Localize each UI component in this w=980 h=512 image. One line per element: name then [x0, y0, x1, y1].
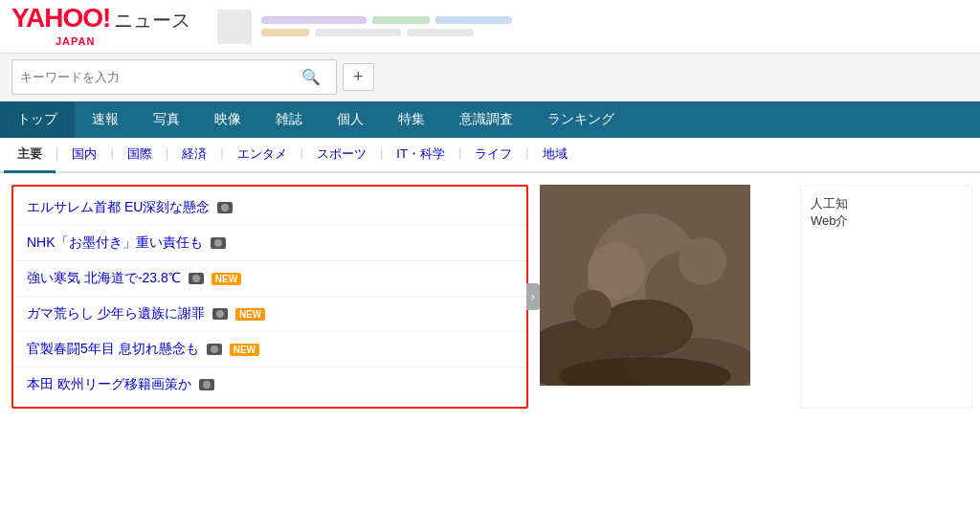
right-panel: 人工知 Web介: [800, 185, 972, 409]
main-content: エルサレム首都 EU深刻な懸念 NHK「お墨付き」重い責任も 強い寒気 北海道で…: [0, 173, 980, 409]
right-panel-line1: 人工知: [811, 195, 962, 212]
nav-item-top[interactable]: トップ: [0, 101, 75, 138]
sub-nav-item-economy[interactable]: 経済: [168, 138, 220, 173]
sub-nav-item-domestic[interactable]: 国内: [58, 138, 110, 173]
search-input-wrap[interactable]: 🔍: [11, 59, 337, 95]
image-panel: [540, 185, 792, 409]
search-bar: 🔍 +: [0, 54, 980, 101]
news-list-panel: エルサレム首都 EU深刻な懸念 NHK「お墨付き」重い責任も 強い寒気 北海道で…: [11, 185, 528, 409]
sub-nav-item-life[interactable]: ライフ: [461, 138, 525, 173]
nav-item-video[interactable]: 映像: [197, 101, 258, 138]
list-item[interactable]: 官製春闘5年目 息切れ懸念も NEW: [13, 332, 526, 367]
list-item[interactable]: 本田 欧州リーグ移籍画策か: [13, 367, 526, 403]
japan-logo-text: JAPAN: [56, 35, 95, 47]
list-item[interactable]: 強い寒気 北海道で-23.8℃ NEW: [13, 261, 526, 297]
main-nav: トップ 速報 写真 映像 雑誌 個人 特集 意識調査 ランキング: [0, 101, 980, 138]
list-item[interactable]: ガマ荒らし 少年ら遺族に謝罪 NEW: [13, 297, 526, 332]
nav-item-photo[interactable]: 写真: [136, 101, 197, 138]
sub-nav-item-entertainment[interactable]: エンタメ: [224, 138, 301, 173]
news-title-2[interactable]: 強い寒気 北海道で-23.8℃: [27, 270, 181, 287]
news-title-0[interactable]: エルサレム首都 EU深刻な懸念: [27, 199, 210, 216]
header: YAHOO! ニュース JAPAN: [0, 0, 980, 54]
nav-item-magazine[interactable]: 雑誌: [258, 101, 320, 138]
list-item[interactable]: NHK「お墨付き」重い責任も: [13, 226, 526, 261]
right-panel-line2: Web介: [811, 212, 962, 230]
new-badge-4: NEW: [230, 344, 259, 356]
avatar: [217, 10, 252, 44]
main-image-svg: [540, 185, 750, 386]
news-logo-text: ニュース: [114, 8, 190, 33]
new-badge-3: NEW: [235, 308, 265, 321]
sub-nav-item-sports[interactable]: スポーツ: [303, 138, 380, 173]
nav-item-special[interactable]: 特集: [381, 101, 442, 138]
search-input[interactable]: [20, 70, 290, 84]
new-badge-2: NEW: [212, 273, 241, 285]
nav-item-survey[interactable]: 意識調査: [442, 101, 530, 138]
sub-nav-item-main[interactable]: 主要: [4, 138, 56, 173]
news-title-1[interactable]: NHK「お墨付き」重い責任も: [27, 234, 203, 252]
header-right-area: [217, 10, 969, 44]
sub-nav-item-region[interactable]: 地域: [529, 138, 581, 173]
yahoo-logo-text: YAHOO!: [11, 3, 110, 33]
svg-point-8: [679, 237, 726, 285]
camera-icon-1: [211, 237, 226, 249]
panel-expand-arrow[interactable]: ›: [526, 283, 540, 310]
sub-nav-item-it-science[interactable]: IT・科学: [383, 138, 458, 173]
sub-nav: 主要 | 国内 | 国際 | 経済 | エンタメ | スポーツ | IT・科学 …: [0, 138, 980, 173]
svg-point-7: [573, 290, 612, 328]
add-search-button[interactable]: +: [343, 63, 374, 91]
news-title-5[interactable]: 本田 欧州リーグ移籍画策か: [27, 376, 191, 393]
camera-icon-2: [189, 273, 204, 284]
svg-point-6: [597, 300, 693, 357]
nav-item-ranking[interactable]: ランキング: [530, 101, 632, 138]
nav-item-breaking[interactable]: 速報: [75, 101, 136, 138]
nav-item-personal[interactable]: 個人: [320, 101, 381, 138]
main-image: [540, 185, 750, 386]
list-item[interactable]: エルサレム首都 EU深刻な懸念: [13, 190, 526, 226]
camera-icon-5: [199, 379, 214, 390]
news-title-3[interactable]: ガマ荒らし 少年ら遺族に謝罪: [27, 305, 205, 323]
camera-icon-4: [207, 344, 222, 355]
camera-icon-3: [212, 308, 228, 320]
logo[interactable]: YAHOO! ニュース JAPAN: [11, 3, 190, 51]
camera-icon-0: [217, 202, 233, 213]
news-title-4[interactable]: 官製春闘5年目 息切れ懸念も: [27, 341, 199, 358]
sub-nav-item-international[interactable]: 国際: [114, 138, 166, 173]
search-button[interactable]: 🔍: [294, 64, 328, 90]
